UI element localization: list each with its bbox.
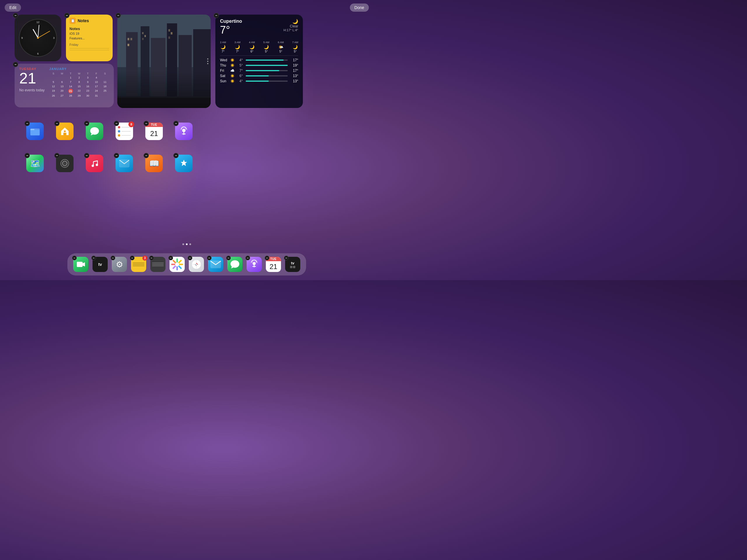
cal-cell-28: 28 xyxy=(67,94,75,98)
mail-dock-remove[interactable] xyxy=(207,256,211,260)
books-remove[interactable] xyxy=(144,153,149,158)
notes-widget[interactable]: 📋 Notes Notes iOS 19Features... Friday xyxy=(66,15,113,61)
cal-cell-empty3 xyxy=(101,76,109,80)
cal-cell-1: 1 xyxy=(67,76,75,80)
notes-dock-remove-2[interactable] xyxy=(149,256,154,260)
photo-widget-container xyxy=(117,15,211,108)
svg-rect-18 xyxy=(117,96,211,98)
svg-rect-3 xyxy=(140,26,149,108)
weather-widget-remove[interactable] xyxy=(213,13,219,18)
svg-rect-4 xyxy=(151,38,165,108)
calendar-dock-remove[interactable] xyxy=(265,256,269,260)
weather-widget[interactable]: Cupertino 7° 🌙 Clear H:17° L:4° 2 AM 🌙 xyxy=(215,15,303,108)
cal-hdr-m: M xyxy=(58,72,66,75)
edit-button[interactable]: Edit xyxy=(5,3,21,12)
photo-widget[interactable] xyxy=(117,15,211,108)
calendar-dock-container: TUE 21 xyxy=(266,257,281,272)
clock-widget[interactable]: 12 3 6 9 xyxy=(15,15,61,61)
cal-cell-12: 12 xyxy=(49,84,57,88)
cal-hdr-s2: S xyxy=(101,72,109,75)
messages-dock-remove[interactable] xyxy=(226,256,231,260)
calendar-widget[interactable]: TUESDAY 21 No events today JANUARY S M T… xyxy=(15,63,114,107)
weather-temp: 7° xyxy=(220,24,242,36)
calendar-app-remove[interactable] xyxy=(144,121,149,126)
svg-point-32 xyxy=(175,262,179,266)
podcasts-remove[interactable] xyxy=(173,121,179,126)
calendar-icon-num: 21 xyxy=(145,127,163,140)
dock: tv ⚙ 3 xyxy=(68,253,306,276)
clock-center-dot xyxy=(37,37,39,39)
weather-left: Cupertino 7° xyxy=(220,19,242,36)
svg-point-27 xyxy=(92,164,94,167)
weather-hour-2: 4 AM 🌙 6° xyxy=(249,41,255,53)
notes-header: 📋 Notes xyxy=(70,18,109,24)
maps-app-container: 🗺️ xyxy=(26,155,44,172)
svg-rect-5 xyxy=(167,23,177,108)
appstore-remove[interactable] xyxy=(173,153,179,158)
cal-cell-25: 25 xyxy=(101,89,109,93)
mail-remove[interactable] xyxy=(114,153,119,158)
notes-widget-container: 📋 Notes Notes iOS 19Features... Friday xyxy=(66,15,113,61)
music-app-container xyxy=(86,155,103,172)
camera-remove[interactable] xyxy=(54,153,59,158)
reminder-row-3 xyxy=(118,134,131,136)
clock-widget-remove[interactable] xyxy=(13,13,18,18)
music-remove[interactable] xyxy=(84,153,89,158)
reminders-remove[interactable] xyxy=(114,121,119,126)
photos-dock-remove[interactable] xyxy=(169,256,173,260)
facetime-dock-remove[interactable] xyxy=(72,256,77,260)
camera-lens xyxy=(60,159,69,168)
appletv2-dock-remove[interactable] xyxy=(284,256,289,260)
cal-cell-17: 17 xyxy=(92,84,100,88)
notes-dock-remove-1[interactable] xyxy=(130,256,134,260)
svg-rect-13 xyxy=(142,38,144,40)
files-app-container xyxy=(26,123,44,140)
apps-row-1: 8 TUE 21 xyxy=(26,123,192,140)
page-dot-1[interactable] xyxy=(182,244,184,245)
settings-dock-remove[interactable] xyxy=(110,256,115,260)
photo-scroll-dots xyxy=(207,58,208,64)
reminder-row-2 xyxy=(118,130,131,132)
cal-cell-7: 7 xyxy=(67,80,75,84)
clock-num-12: 12 xyxy=(36,21,40,24)
notes-note-title: Notes xyxy=(70,26,109,31)
safari-dock-remove[interactable] xyxy=(188,256,192,260)
weather-bar-4 xyxy=(246,80,269,82)
appletv2-grid xyxy=(290,266,295,268)
page-dot-3[interactable] xyxy=(189,244,191,245)
calendar-dock-num: 21 xyxy=(266,261,281,272)
weather-hour-0: 2 AM 🌙 7° xyxy=(220,41,226,53)
calendar-right: JANUARY S M T W T F S 1 2 3 4 5 6 xyxy=(49,67,109,104)
books-app-container: 📖 xyxy=(145,155,163,172)
weather-top: Cupertino 7° 🌙 Clear H:17° L:4° xyxy=(220,19,298,36)
weather-right: 🌙 Clear H:17° L:4° xyxy=(284,19,298,32)
notes-dock-line-6 xyxy=(152,265,164,266)
reminder-line-2 xyxy=(121,131,131,132)
home-remove[interactable] xyxy=(54,121,59,126)
cal-cell-13: 13 xyxy=(58,84,66,88)
safari-icon-svg xyxy=(191,259,202,270)
done-button[interactable]: Done xyxy=(350,3,369,12)
photo-widget-remove[interactable] xyxy=(115,13,121,18)
cal-cell-16: 16 xyxy=(84,84,92,88)
notes-dock-container-2 xyxy=(150,257,165,272)
messages-dock-container xyxy=(227,257,242,272)
home-icon-svg xyxy=(60,126,70,136)
cal-cell-21-today: 21 xyxy=(68,89,73,93)
weather-description: Clear xyxy=(284,24,298,28)
weather-forecast: Wed ☀️ 4° 17° Thu ☀️ 5° 19° Fri ☁️ 7° xyxy=(220,58,298,83)
cal-cell-4: 4 xyxy=(92,76,100,80)
notes-lines xyxy=(70,48,109,50)
page-dot-2-active[interactable] xyxy=(186,244,188,245)
messages-remove[interactable] xyxy=(84,121,89,126)
files-remove[interactable] xyxy=(25,121,30,126)
weather-bar-0 xyxy=(246,59,284,61)
appletv-dock-remove[interactable] xyxy=(91,256,96,260)
podcasts-dock-remove[interactable] xyxy=(246,256,250,260)
cal-cell-8: 8 xyxy=(75,80,83,84)
notes-widget-remove[interactable] xyxy=(64,13,70,18)
calendar-widget-remove[interactable] xyxy=(13,62,18,67)
svg-rect-9 xyxy=(130,38,132,40)
cal-hdr-t2: T xyxy=(84,72,92,75)
maps-remove[interactable] xyxy=(25,153,30,158)
